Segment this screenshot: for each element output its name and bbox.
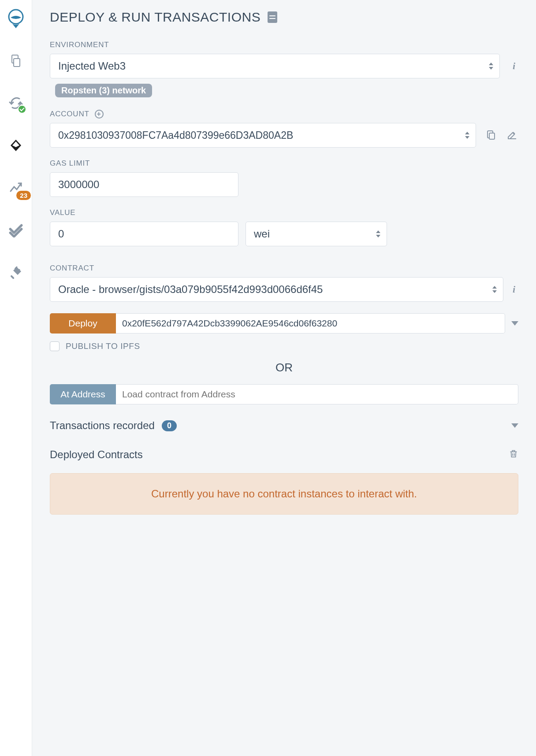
no-contracts-alert: Currently you have no contract instances…: [50, 473, 518, 515]
svg-rect-2: [14, 59, 20, 67]
deploy-run-panel: DEPLOY & RUN TRANSACTIONS ENVIRONMENT In…: [32, 0, 536, 756]
select-spinner-icon: [492, 286, 497, 293]
at-address-button[interactable]: At Address: [50, 384, 116, 404]
select-spinner-icon: [489, 63, 493, 70]
account-value: 0x2981030937008FC7Aa4d807399e66D3AD80A2B: [58, 130, 293, 141]
environment-info-icon[interactable]: i: [510, 60, 518, 72]
sidebar-analysis[interactable]: 23: [5, 177, 26, 198]
account-select[interactable]: 0x2981030937008FC7Aa4d807399e66D3AD80A2B: [50, 123, 476, 148]
sidebar-plugin-manager[interactable]: [5, 262, 26, 283]
deployed-contracts-label: Deployed Contracts: [50, 448, 509, 461]
environment-label: ENVIRONMENT: [50, 41, 518, 49]
sidebar-compiler[interactable]: [5, 93, 26, 114]
contract-value: Oracle - browser/gists/03a079b9055f42d99…: [58, 283, 323, 296]
gas-limit-input[interactable]: [50, 172, 238, 197]
contract-info-icon[interactable]: i: [510, 284, 518, 295]
select-spinner-icon: [376, 230, 380, 237]
icon-sidebar: 23: [0, 0, 32, 756]
or-divider: OR: [50, 361, 518, 374]
deploy-button[interactable]: Deploy: [50, 313, 116, 334]
edit-account-icon[interactable]: [507, 130, 518, 141]
clear-deployed-icon[interactable]: [509, 449, 518, 460]
compile-success-icon: [18, 105, 26, 114]
environment-value: Injected Web3: [58, 60, 126, 72]
analysis-badge: 23: [16, 191, 31, 200]
add-account-icon[interactable]: +: [95, 110, 104, 119]
transactions-count-badge: 0: [162, 420, 177, 431]
value-unit-select[interactable]: wei: [246, 222, 387, 246]
sidebar-file-explorer[interactable]: [5, 50, 26, 71]
transactions-expand-icon[interactable]: [511, 423, 518, 428]
publish-ipfs-checkbox[interactable]: [50, 341, 60, 351]
value-amount-input[interactable]: [50, 222, 238, 246]
publish-ipfs-label: PUBLISH TO IPFS: [66, 341, 140, 351]
page-title: DEPLOY & RUN TRANSACTIONS: [50, 10, 261, 25]
svg-rect-8: [489, 133, 495, 139]
contract-select[interactable]: Oracle - browser/gists/03a079b9055f42d99…: [50, 277, 503, 302]
network-badge: Ropsten (3) network: [55, 84, 152, 97]
gas-limit-label: GAS LIMIT: [50, 159, 518, 168]
docs-icon[interactable]: [268, 11, 277, 23]
transactions-recorded-label: Transactions recorded: [50, 419, 155, 432]
value-label: VALUE: [50, 208, 518, 217]
deploy-expand-icon[interactable]: [511, 321, 518, 326]
account-label: ACCOUNT +: [50, 110, 518, 119]
select-spinner-icon: [465, 132, 469, 139]
sidebar-logo[interactable]: [5, 8, 26, 29]
sidebar-deploy-run[interactable]: [5, 135, 26, 156]
copy-account-icon[interactable]: [486, 130, 497, 141]
svg-rect-7: [10, 275, 15, 279]
value-unit: wei: [254, 228, 270, 240]
deploy-address-input[interactable]: [116, 313, 505, 334]
sidebar-debugger[interactable]: [5, 219, 26, 241]
contract-label: CONTRACT: [50, 264, 518, 273]
environment-select[interactable]: Injected Web3: [50, 54, 500, 78]
at-address-input[interactable]: [116, 384, 518, 404]
